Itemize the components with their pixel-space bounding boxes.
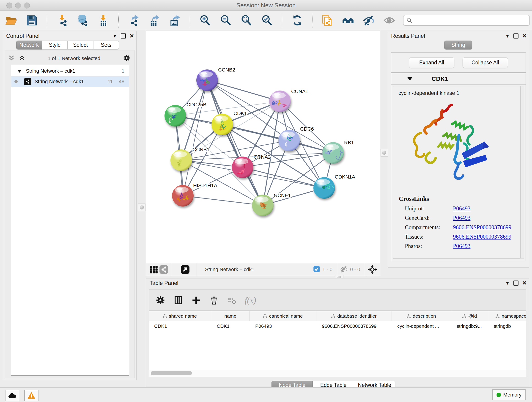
results-scrollbar[interactable] [521, 86, 524, 259]
edge-CCNB2-CCNA1[interactable] [207, 80, 280, 101]
grid-view-icon[interactable] [149, 264, 159, 274]
warnings-icon[interactable] [24, 390, 38, 401]
panel-menu-icon[interactable]: ▼ [505, 281, 510, 286]
tab-style[interactable]: Style [42, 41, 68, 50]
column-header-canonical-name[interactable]: canonical name [250, 311, 317, 321]
delete-column-icon[interactable] [209, 295, 219, 305]
panel-float-icon[interactable] [513, 33, 519, 38]
save-session-icon[interactable] [25, 14, 38, 27]
crosslink-link[interactable]: P06493 [453, 243, 470, 249]
tab-string[interactable]: String [444, 41, 472, 50]
table-hscrollbar-thumb[interactable] [151, 371, 192, 375]
node-RB1[interactable]: RB1 [322, 140, 354, 164]
zoom-in-icon[interactable] [198, 14, 212, 27]
hidden-eye-icon[interactable] [340, 265, 348, 274]
node-CDK1[interactable]: CDK1 [211, 110, 247, 135]
table-cell[interactable]: CDK1 [211, 321, 250, 331]
export-network-icon[interactable] [127, 14, 140, 27]
collection-expand-icon[interactable] [17, 70, 22, 73]
zoom-out-icon[interactable] [219, 14, 232, 27]
zoom-selected-icon[interactable] [260, 14, 273, 27]
fit-content-icon[interactable] [367, 264, 377, 274]
panel-float-icon[interactable] [513, 281, 519, 286]
panel-close-icon[interactable]: ✕ [129, 33, 134, 39]
collapse-all-button[interactable]: Collapse All [462, 57, 508, 68]
expand-all-chevron-icon[interactable] [19, 55, 25, 62]
column-header-shared-name[interactable]: shared name [149, 311, 211, 321]
table-cell[interactable]: stringdb:9... [451, 321, 488, 331]
column-header-database-identifier[interactable]: database identifier [317, 311, 392, 321]
zoom-fit-icon[interactable] [240, 14, 253, 27]
tab-sets[interactable]: Sets [93, 41, 119, 50]
column-header-@id[interactable]: @id [451, 311, 488, 321]
column-header-name[interactable]: name [211, 311, 250, 321]
export-image-icon[interactable] [168, 14, 181, 27]
search-input[interactable] [403, 15, 530, 26]
crosslink-label: Pharos: [405, 243, 453, 249]
first-neighbors-icon[interactable] [341, 14, 355, 27]
birds-eye-view-icon[interactable] [159, 264, 169, 274]
column-header-description[interactable]: description [392, 311, 451, 321]
right-splitter-handle[interactable] [380, 149, 388, 157]
tab-network[interactable]: Network [16, 41, 42, 50]
expand-all-button[interactable]: Expand All [409, 57, 454, 68]
import-table-icon[interactable] [97, 14, 110, 27]
network-row-selected[interactable]: String Network – cdk1 11 48 [11, 76, 129, 87]
column-header-namespace[interactable]: namespace [488, 311, 526, 321]
show-columns-icon[interactable] [173, 295, 183, 305]
import-network-icon[interactable] [56, 14, 69, 27]
refresh-icon[interactable] [291, 14, 304, 27]
network-graph[interactable]: CCNB2CCNA1CDC25BCDK1CDC6RB1CCNB1CCNA2CDK… [146, 30, 380, 263]
table-cell[interactable]: CDK1 [149, 321, 211, 331]
crosslink-link[interactable]: P06493 [453, 205, 470, 212]
crosslink-link[interactable]: P06493 [453, 215, 470, 221]
network-options-gear-icon[interactable] [123, 54, 131, 63]
duplicate-network-icon[interactable] [321, 14, 334, 27]
crosslink-link[interactable]: 9606.ENSP00000378699 [453, 224, 511, 230]
detach-view-icon[interactable] [180, 264, 190, 274]
panel-menu-icon[interactable]: ▼ [505, 33, 510, 39]
protein-header-row[interactable]: CDK1 [391, 73, 526, 85]
cloud-status-icon[interactable] [5, 390, 19, 401]
panel-close-icon[interactable]: ✕ [522, 33, 527, 39]
node-CCNB2[interactable]: CCNB2 [196, 67, 235, 91]
node-HIST1H1A[interactable]: HIST1H1A [172, 183, 217, 206]
crosslink-label: Compartments: [405, 224, 453, 230]
node-CDKN1A[interactable]: CDKN1A [313, 174, 355, 199]
selected-checkbox-icon[interactable] [313, 266, 320, 274]
export-table-icon[interactable] [147, 14, 161, 27]
network-collection-row[interactable]: String Network – cdk1 1 [11, 66, 129, 76]
open-session-icon[interactable] [5, 14, 18, 27]
hide-selected-icon[interactable] [362, 14, 375, 27]
edge-CDK1-RB1[interactable] [222, 124, 333, 153]
left-splitter-handle[interactable] [138, 204, 146, 211]
node-CCNA1[interactable]: CCNA1 [269, 89, 308, 112]
table-cell[interactable]: stringdb [488, 321, 526, 331]
table-hscrollbar[interactable] [149, 370, 526, 377]
import-database-icon[interactable] [76, 14, 89, 27]
panel-close-icon[interactable]: ✕ [522, 280, 527, 286]
edge-HIST1H1A-CCNE1[interactable] [183, 196, 263, 205]
protein-collapse-icon[interactable] [407, 77, 412, 80]
collapse-all-chevron-icon[interactable] [8, 55, 15, 62]
create-column-icon[interactable] [191, 295, 201, 305]
toolbar-separator [337, 263, 337, 276]
network-type-icon [24, 78, 32, 85]
edge-CCNA2-CDKN1A[interactable] [243, 167, 324, 188]
node-table[interactable]: shared namenamecanonical namedatabase id… [149, 311, 526, 370]
memory-button[interactable]: Memory [492, 389, 526, 400]
table-cell[interactable]: P06493 [250, 321, 317, 331]
crosslink-link[interactable]: 9606.ENSP00000378699 [453, 234, 511, 240]
node-label: CDK1 [234, 110, 247, 116]
tab-select[interactable]: Select [68, 41, 93, 50]
table-row[interactable]: CDK1CDK1P064939606.ENSP00000378699cyclin… [149, 321, 526, 331]
table-options-gear-icon[interactable] [155, 295, 165, 305]
crosslink-row: Tissues:9606.ENSP00000378699 [405, 234, 520, 240]
edge-CCNB2-HIST1H1A[interactable] [183, 80, 207, 196]
node-CCNE1[interactable]: CCNE1 [252, 192, 291, 216]
panel-menu-icon[interactable]: ▼ [113, 33, 117, 39]
title-bar: Session: New Session [0, 0, 532, 11]
panel-float-icon[interactable] [121, 33, 126, 38]
table-cell[interactable]: cyclin-dependent ... [392, 321, 451, 331]
table-cell[interactable]: 9606.ENSP00000378699 [317, 321, 392, 331]
